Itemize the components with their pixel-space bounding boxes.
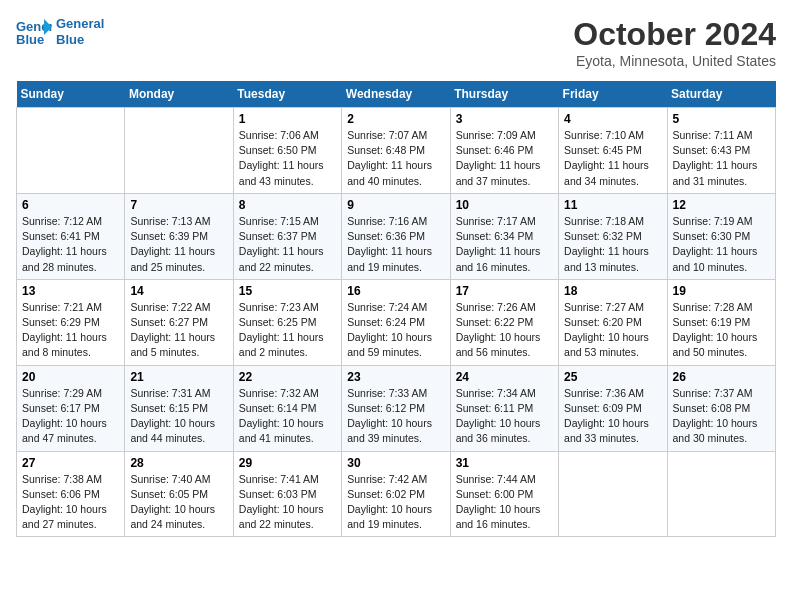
day-number: 3 [456, 112, 553, 126]
calendar-cell: 10Sunrise: 7:17 AM Sunset: 6:34 PM Dayli… [450, 193, 558, 279]
calendar-cell: 27Sunrise: 7:38 AM Sunset: 6:06 PM Dayli… [17, 451, 125, 537]
calendar-cell: 16Sunrise: 7:24 AM Sunset: 6:24 PM Dayli… [342, 279, 450, 365]
calendar-week-row: 27Sunrise: 7:38 AM Sunset: 6:06 PM Dayli… [17, 451, 776, 537]
calendar-cell: 14Sunrise: 7:22 AM Sunset: 6:27 PM Dayli… [125, 279, 233, 365]
day-number: 28 [130, 456, 227, 470]
svg-text:Blue: Blue [16, 32, 44, 47]
day-number: 6 [22, 198, 119, 212]
day-number: 20 [22, 370, 119, 384]
day-info: Sunrise: 7:15 AM Sunset: 6:37 PM Dayligh… [239, 214, 336, 275]
calendar-cell: 19Sunrise: 7:28 AM Sunset: 6:19 PM Dayli… [667, 279, 775, 365]
day-info: Sunrise: 7:21 AM Sunset: 6:29 PM Dayligh… [22, 300, 119, 361]
day-info: Sunrise: 7:18 AM Sunset: 6:32 PM Dayligh… [564, 214, 661, 275]
day-info: Sunrise: 7:23 AM Sunset: 6:25 PM Dayligh… [239, 300, 336, 361]
day-info: Sunrise: 7:06 AM Sunset: 6:50 PM Dayligh… [239, 128, 336, 189]
calendar-header: SundayMondayTuesdayWednesdayThursdayFrid… [17, 81, 776, 108]
day-info: Sunrise: 7:29 AM Sunset: 6:17 PM Dayligh… [22, 386, 119, 447]
calendar-cell: 2Sunrise: 7:07 AM Sunset: 6:48 PM Daylig… [342, 108, 450, 194]
day-info: Sunrise: 7:44 AM Sunset: 6:00 PM Dayligh… [456, 472, 553, 533]
day-of-week-header: Wednesday [342, 81, 450, 108]
day-number: 31 [456, 456, 553, 470]
day-info: Sunrise: 7:40 AM Sunset: 6:05 PM Dayligh… [130, 472, 227, 533]
calendar-cell: 21Sunrise: 7:31 AM Sunset: 6:15 PM Dayli… [125, 365, 233, 451]
day-info: Sunrise: 7:41 AM Sunset: 6:03 PM Dayligh… [239, 472, 336, 533]
day-number: 16 [347, 284, 444, 298]
day-number: 23 [347, 370, 444, 384]
day-of-week-header: Thursday [450, 81, 558, 108]
day-info: Sunrise: 7:42 AM Sunset: 6:02 PM Dayligh… [347, 472, 444, 533]
day-info: Sunrise: 7:10 AM Sunset: 6:45 PM Dayligh… [564, 128, 661, 189]
calendar-cell: 11Sunrise: 7:18 AM Sunset: 6:32 PM Dayli… [559, 193, 667, 279]
logo-text: General Blue [56, 16, 104, 47]
day-info: Sunrise: 7:17 AM Sunset: 6:34 PM Dayligh… [456, 214, 553, 275]
day-of-week-header: Friday [559, 81, 667, 108]
logo-icon: General Blue [16, 17, 52, 47]
calendar-cell: 22Sunrise: 7:32 AM Sunset: 6:14 PM Dayli… [233, 365, 341, 451]
day-number: 17 [456, 284, 553, 298]
day-number: 13 [22, 284, 119, 298]
calendar-cell: 1Sunrise: 7:06 AM Sunset: 6:50 PM Daylig… [233, 108, 341, 194]
day-number: 30 [347, 456, 444, 470]
calendar-cell: 15Sunrise: 7:23 AM Sunset: 6:25 PM Dayli… [233, 279, 341, 365]
day-number: 25 [564, 370, 661, 384]
calendar-cell: 9Sunrise: 7:16 AM Sunset: 6:36 PM Daylig… [342, 193, 450, 279]
month-title: October 2024 [573, 16, 776, 53]
day-number: 12 [673, 198, 770, 212]
calendar-week-row: 13Sunrise: 7:21 AM Sunset: 6:29 PM Dayli… [17, 279, 776, 365]
day-number: 26 [673, 370, 770, 384]
day-info: Sunrise: 7:38 AM Sunset: 6:06 PM Dayligh… [22, 472, 119, 533]
calendar-week-row: 6Sunrise: 7:12 AM Sunset: 6:41 PM Daylig… [17, 193, 776, 279]
page-header: General Blue General Blue October 2024 E… [16, 16, 776, 69]
day-number: 7 [130, 198, 227, 212]
day-info: Sunrise: 7:28 AM Sunset: 6:19 PM Dayligh… [673, 300, 770, 361]
calendar-cell [667, 451, 775, 537]
day-number: 11 [564, 198, 661, 212]
day-number: 10 [456, 198, 553, 212]
calendar-cell: 23Sunrise: 7:33 AM Sunset: 6:12 PM Dayli… [342, 365, 450, 451]
calendar-cell: 26Sunrise: 7:37 AM Sunset: 6:08 PM Dayli… [667, 365, 775, 451]
calendar-cell: 12Sunrise: 7:19 AM Sunset: 6:30 PM Dayli… [667, 193, 775, 279]
calendar-cell [559, 451, 667, 537]
calendar-cell [125, 108, 233, 194]
day-number: 15 [239, 284, 336, 298]
calendar-cell [17, 108, 125, 194]
day-number: 1 [239, 112, 336, 126]
location-label: Eyota, Minnesota, United States [573, 53, 776, 69]
day-number: 27 [22, 456, 119, 470]
day-of-week-header: Monday [125, 81, 233, 108]
calendar-week-row: 1Sunrise: 7:06 AM Sunset: 6:50 PM Daylig… [17, 108, 776, 194]
day-info: Sunrise: 7:31 AM Sunset: 6:15 PM Dayligh… [130, 386, 227, 447]
day-info: Sunrise: 7:26 AM Sunset: 6:22 PM Dayligh… [456, 300, 553, 361]
calendar-cell: 4Sunrise: 7:10 AM Sunset: 6:45 PM Daylig… [559, 108, 667, 194]
day-info: Sunrise: 7:16 AM Sunset: 6:36 PM Dayligh… [347, 214, 444, 275]
day-number: 18 [564, 284, 661, 298]
day-of-week-header: Saturday [667, 81, 775, 108]
day-number: 8 [239, 198, 336, 212]
day-of-week-header: Tuesday [233, 81, 341, 108]
day-number: 2 [347, 112, 444, 126]
day-info: Sunrise: 7:13 AM Sunset: 6:39 PM Dayligh… [130, 214, 227, 275]
day-number: 9 [347, 198, 444, 212]
day-info: Sunrise: 7:36 AM Sunset: 6:09 PM Dayligh… [564, 386, 661, 447]
day-number: 29 [239, 456, 336, 470]
day-number: 4 [564, 112, 661, 126]
day-number: 5 [673, 112, 770, 126]
day-info: Sunrise: 7:12 AM Sunset: 6:41 PM Dayligh… [22, 214, 119, 275]
day-info: Sunrise: 7:32 AM Sunset: 6:14 PM Dayligh… [239, 386, 336, 447]
day-number: 22 [239, 370, 336, 384]
day-of-week-header: Sunday [17, 81, 125, 108]
day-info: Sunrise: 7:27 AM Sunset: 6:20 PM Dayligh… [564, 300, 661, 361]
day-info: Sunrise: 7:19 AM Sunset: 6:30 PM Dayligh… [673, 214, 770, 275]
calendar-cell: 31Sunrise: 7:44 AM Sunset: 6:00 PM Dayli… [450, 451, 558, 537]
day-info: Sunrise: 7:34 AM Sunset: 6:11 PM Dayligh… [456, 386, 553, 447]
day-info: Sunrise: 7:33 AM Sunset: 6:12 PM Dayligh… [347, 386, 444, 447]
day-number: 14 [130, 284, 227, 298]
day-info: Sunrise: 7:37 AM Sunset: 6:08 PM Dayligh… [673, 386, 770, 447]
day-info: Sunrise: 7:24 AM Sunset: 6:24 PM Dayligh… [347, 300, 444, 361]
day-number: 24 [456, 370, 553, 384]
calendar-cell: 29Sunrise: 7:41 AM Sunset: 6:03 PM Dayli… [233, 451, 341, 537]
day-number: 21 [130, 370, 227, 384]
calendar-table: SundayMondayTuesdayWednesdayThursdayFrid… [16, 81, 776, 537]
calendar-cell: 7Sunrise: 7:13 AM Sunset: 6:39 PM Daylig… [125, 193, 233, 279]
logo: General Blue General Blue [16, 16, 104, 47]
